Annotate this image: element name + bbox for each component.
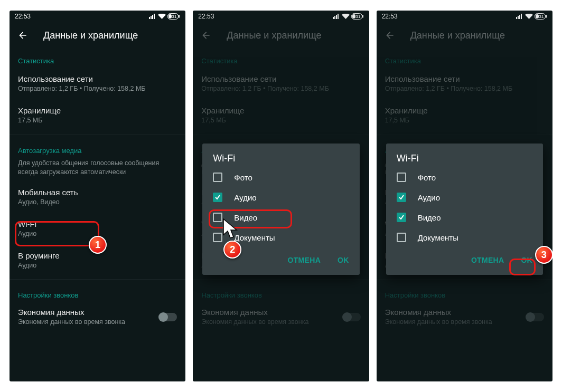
checkbox-checked-icon[interactable] bbox=[213, 193, 222, 202]
svg-text:31: 31 bbox=[172, 14, 177, 19]
item-subtitle: Аудио bbox=[18, 261, 177, 270]
item-mobile-data[interactable]: Мобильная сеть Аудио, Видео bbox=[10, 181, 185, 213]
checkbox-checked-icon[interactable] bbox=[397, 213, 406, 222]
section-header-stats: Статистика bbox=[193, 49, 369, 68]
svg-rect-3 bbox=[154, 14, 155, 19]
back-button[interactable] bbox=[196, 25, 216, 45]
item-storage[interactable]: Хранилище 17,5 МБ bbox=[10, 100, 185, 131]
section-header-calls: Настройки звонков bbox=[10, 283, 185, 302]
status-time: 22:53 bbox=[382, 13, 398, 20]
toolbar: Данные и хранилище bbox=[193, 22, 369, 49]
option-label: Фото bbox=[418, 173, 436, 182]
dialog-title: Wi-Fi bbox=[202, 153, 359, 167]
toggle-switch[interactable] bbox=[159, 313, 177, 321]
option-video[interactable]: Видео bbox=[202, 207, 359, 227]
checkbox-checked-icon[interactable] bbox=[397, 193, 406, 202]
item-subtitle: Экономия данных во время звонка bbox=[18, 318, 159, 327]
option-label: Видео bbox=[418, 213, 441, 222]
option-video[interactable]: Видео bbox=[386, 207, 543, 227]
svg-rect-17 bbox=[518, 16, 519, 19]
item-subtitle: Аудио bbox=[18, 230, 177, 238]
option-audio[interactable]: Аудио bbox=[202, 187, 359, 207]
page-title: Данные и хранилище bbox=[43, 30, 138, 41]
svg-rect-5 bbox=[179, 15, 180, 18]
item-data-economy[interactable]: Экономия данных Экономия данных во время… bbox=[10, 302, 185, 332]
cancel-button[interactable]: ОТМЕНА bbox=[465, 252, 510, 269]
item-roaming[interactable]: В роуминге Аудио bbox=[10, 245, 185, 276]
item-subtitle: 17,5 МБ bbox=[201, 116, 360, 125]
item-title: Wi-Fi bbox=[18, 219, 177, 228]
item-title: Мобильная сеть bbox=[18, 188, 177, 197]
divider bbox=[377, 135, 552, 135]
option-audio[interactable]: Аудио bbox=[386, 187, 543, 207]
svg-rect-16 bbox=[516, 17, 517, 19]
item-subtitle: Экономия данных во время звонка bbox=[201, 318, 342, 327]
phone-screenshot-2: 22:53 31 Данные и хранилище Статистика И… bbox=[193, 11, 369, 381]
item-data-economy: Экономия данных Экономия данных во время… bbox=[193, 302, 369, 332]
status-icons: 31 bbox=[516, 13, 547, 20]
divider bbox=[193, 279, 369, 280]
item-title: Хранилище bbox=[201, 106, 360, 115]
svg-rect-1 bbox=[151, 16, 152, 19]
item-title: Экономия данных bbox=[385, 308, 526, 317]
ok-button[interactable]: OK bbox=[331, 252, 355, 269]
toolbar: Данные и хранилище bbox=[10, 22, 185, 49]
svg-rect-0 bbox=[149, 17, 150, 19]
svg-rect-8 bbox=[333, 17, 334, 19]
divider bbox=[377, 279, 552, 280]
divider bbox=[193, 135, 369, 135]
svg-rect-10 bbox=[336, 15, 337, 19]
item-subtitle: Экономия данных во время звонка bbox=[385, 318, 526, 327]
svg-rect-11 bbox=[338, 14, 339, 19]
checkbox-unchecked-icon[interactable] bbox=[213, 173, 222, 182]
cancel-button[interactable]: ОТМЕНА bbox=[282, 252, 327, 269]
section-header-calls: Настройки звонков bbox=[377, 283, 552, 302]
svg-rect-22 bbox=[536, 14, 539, 18]
page-title: Данные и хранилище bbox=[410, 30, 505, 41]
back-button[interactable] bbox=[380, 25, 400, 45]
option-label: Фото bbox=[234, 173, 252, 182]
checkbox-unchecked-icon[interactable] bbox=[397, 233, 406, 242]
status-time: 22:53 bbox=[198, 13, 214, 20]
svg-rect-6 bbox=[168, 14, 172, 18]
item-title: Использование сети bbox=[18, 74, 177, 83]
item-title: Хранилище bbox=[18, 106, 177, 115]
ok-button[interactable]: OK bbox=[514, 252, 539, 269]
status-bar: 22:53 31 bbox=[193, 11, 369, 22]
svg-rect-13 bbox=[362, 15, 363, 18]
status-icons: 31 bbox=[333, 13, 364, 20]
checkbox-unchecked-icon[interactable] bbox=[397, 173, 406, 182]
svg-rect-9 bbox=[334, 16, 335, 19]
phone-screenshot-1: 22:53 31 Данные и хранилище Статистика И… bbox=[10, 11, 185, 381]
option-documents[interactable]: Документы bbox=[386, 227, 543, 247]
option-label: Аудио bbox=[418, 193, 440, 202]
settings-list[interactable]: Статистика Использование сети Отправлено… bbox=[10, 49, 185, 337]
dialog-actions: ОТМЕНА OK bbox=[386, 247, 543, 272]
svg-text:31: 31 bbox=[539, 14, 544, 19]
divider bbox=[10, 135, 185, 135]
item-data-economy: Экономия данных Экономия данных во время… bbox=[377, 302, 552, 332]
option-photo[interactable]: Фото bbox=[202, 167, 359, 187]
checkbox-unchecked-icon[interactable] bbox=[213, 233, 222, 242]
item-title: Использование сети bbox=[385, 74, 544, 83]
section-header-calls: Настройки звонков bbox=[193, 283, 369, 302]
section-header-stats: Статистика bbox=[377, 49, 552, 68]
item-subtitle: Аудио, Видео bbox=[18, 198, 177, 207]
checkbox-unchecked-icon[interactable] bbox=[213, 213, 222, 222]
item-subtitle: Отправлено: 1,2 ГБ • Получено: 158,2 МБ bbox=[385, 84, 544, 93]
option-documents[interactable]: Документы bbox=[202, 227, 359, 247]
back-button[interactable] bbox=[13, 25, 33, 45]
item-network-usage[interactable]: Использование сети Отправлено: 1,2 ГБ • … bbox=[10, 68, 185, 100]
option-photo[interactable]: Фото bbox=[386, 167, 543, 187]
item-wifi[interactable]: Wi-Fi Аудио bbox=[10, 213, 185, 245]
svg-rect-19 bbox=[521, 14, 522, 19]
toolbar: Данные и хранилище bbox=[377, 22, 552, 49]
toggle-switch bbox=[526, 313, 544, 321]
item-network-usage: Использование сети Отправлено: 1,2 ГБ • … bbox=[193, 68, 369, 100]
item-title: Хранилище bbox=[385, 106, 544, 115]
divider bbox=[10, 279, 185, 280]
item-network-usage: Использование сети Отправлено: 1,2 ГБ • … bbox=[377, 68, 552, 100]
svg-rect-14 bbox=[352, 14, 355, 18]
wifi-dialog: Wi-Fi Фото Аудио Видео Документы ОТМЕНА … bbox=[386, 144, 543, 275]
item-subtitle: Отправлено: 1,2 ГБ • Получено: 158,2 МБ bbox=[201, 84, 360, 93]
